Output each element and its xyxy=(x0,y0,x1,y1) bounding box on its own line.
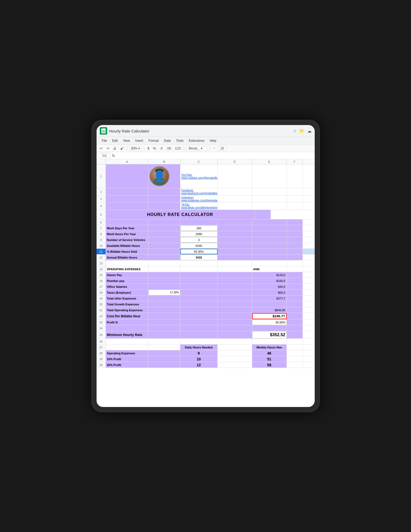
cell-30e: 58 xyxy=(252,362,287,368)
cell-22b xyxy=(148,313,180,319)
cell-2b xyxy=(148,188,180,195)
cell-6b xyxy=(148,219,180,225)
menu-insert[interactable]: Insert xyxy=(133,138,145,143)
cell-10b xyxy=(148,243,180,248)
menu-tools[interactable]: Tools xyxy=(174,138,186,143)
cell-24b xyxy=(148,325,180,331)
menu-data[interactable]: Data xyxy=(162,138,173,143)
menu-edit[interactable]: Edit xyxy=(110,138,120,143)
undo-button[interactable]: ↩ xyxy=(99,146,104,151)
youtube-link[interactable]: YouTube: www.youtube.com/@jeredwilliams xyxy=(181,173,218,179)
col-header-d[interactable]: D xyxy=(218,159,252,164)
cell-11c[interactable]: 55.00% xyxy=(180,249,218,254)
cell-18a: Taxes (Employer) xyxy=(106,290,148,295)
svg-point-0 xyxy=(156,169,163,178)
cell-1c[interactable]: YouTube: www.youtube.com/@jeredwilliams xyxy=(180,164,218,188)
cell-13a xyxy=(106,260,148,266)
cell-3c[interactable]: Instagram: www.instagram.com/thejeredwil… xyxy=(180,196,218,202)
table-row: 17 Office Salaries $40,0 xyxy=(97,284,315,290)
cell-4c[interactable]: TikTok: www.tiktok.com/@thejeredshow xyxy=(180,203,218,210)
cell-8c[interactable]: 2080 xyxy=(180,231,218,237)
cell-19a: Total other Expenses xyxy=(106,296,148,301)
font-selector[interactable]: Monts... ▾ xyxy=(186,146,207,151)
cell-12c[interactable]: 3432 xyxy=(180,255,218,260)
col-header-b[interactable]: B xyxy=(148,159,180,164)
menu-extensions[interactable]: Extensions xyxy=(187,138,207,143)
facebook-link[interactable]: Facebook: www.facebook.com/jeredwilliams… xyxy=(181,189,218,195)
row-num-27: 27 xyxy=(97,344,106,350)
table-row: 6 xyxy=(97,219,315,225)
cell-30b xyxy=(148,362,180,368)
menu-format[interactable]: Format xyxy=(146,138,161,143)
cloud-icon[interactable]: ☁ xyxy=(307,128,312,134)
format-123-button[interactable]: 123 xyxy=(174,146,182,151)
cell-18b[interactable]: 17.30% xyxy=(148,290,180,295)
row-num-1: 1 xyxy=(97,164,106,188)
cell-6e xyxy=(252,219,287,225)
cell-27e: Weekly Hours Nee xyxy=(252,344,287,350)
cell-2a xyxy=(106,188,148,195)
cell-26f xyxy=(287,339,303,344)
table-row: 22 Cost Per Billable Hour $246.77 xyxy=(97,313,315,319)
tiktok-link[interactable]: TikTok: www.tiktok.com/@thejeredshow xyxy=(181,203,218,209)
col-header-e[interactable]: E xyxy=(252,159,287,164)
cell-26a xyxy=(106,339,148,344)
decimal-less-button[interactable]: .0 xyxy=(159,146,164,151)
cell-7c[interactable]: 260 xyxy=(180,225,218,231)
cell-2f xyxy=(287,188,303,195)
cell-27c: Daily Hours Needed xyxy=(180,344,218,350)
currency-button[interactable]: $ xyxy=(146,146,150,151)
cell-25d xyxy=(218,331,252,338)
font-size-input[interactable]: 10 xyxy=(218,146,226,151)
rows-container: 1 xyxy=(97,164,315,368)
menu-file[interactable]: File xyxy=(100,138,109,143)
spreadsheet[interactable]: A B C D E F 1 xyxy=(97,159,315,407)
redo-button[interactable]: ↪ xyxy=(105,146,110,151)
font-size-decrease[interactable]: − xyxy=(212,146,216,151)
table-row: 28 Operating Expenses 9 46 xyxy=(97,350,315,356)
cell-2c[interactable]: Facebook: www.facebook.com/jeredwilliams… xyxy=(180,188,218,195)
cell-3f xyxy=(287,196,303,202)
cell-10c[interactable]: 6240 xyxy=(180,243,218,248)
col-header-c[interactable]: C xyxy=(180,159,218,164)
menu-help[interactable]: Help xyxy=(207,138,218,143)
cell-4b xyxy=(148,203,180,210)
col-header-f[interactable]: F xyxy=(287,159,303,164)
percent-button[interactable]: % xyxy=(152,146,157,151)
cell-1d xyxy=(218,164,252,188)
cell-20e xyxy=(252,301,287,307)
cell-reference[interactable]: I11 xyxy=(99,153,111,158)
table-row: 8 Work Hours Per Year 2080 xyxy=(97,231,315,237)
cell-3d xyxy=(218,196,252,202)
cell-26e xyxy=(252,339,287,344)
table-row: 25 Minimum Hourly Rate $352.52 xyxy=(97,331,315,339)
row-num-26: 26 xyxy=(97,339,106,344)
row-num-30: 30 xyxy=(97,362,106,368)
cell-14b xyxy=(148,266,180,272)
paint-format-button[interactable]: 🖌 xyxy=(119,146,125,151)
cell-3e xyxy=(252,196,287,202)
cell-13d xyxy=(218,260,252,266)
cell-6a xyxy=(106,219,148,225)
cell-3b xyxy=(148,196,180,202)
cell-22e: $246.77 xyxy=(252,313,287,319)
instagram-link[interactable]: Instagram: www.instagram.com/thejeredwil… xyxy=(181,196,218,202)
print-button[interactable]: 🖨 xyxy=(112,146,118,151)
corner-cell xyxy=(97,159,106,164)
cell-9c[interactable]: 3 xyxy=(180,237,218,243)
col-header-a[interactable]: A xyxy=(106,159,148,164)
cell-23e[interactable]: 30.00% xyxy=(252,319,287,325)
menu-view[interactable]: View xyxy=(121,138,132,143)
cell-27f xyxy=(287,344,303,350)
cell-19c xyxy=(180,296,218,301)
cell-15f xyxy=(287,272,303,278)
table-row: 18 Taxes (Employer) 17.30% $69,2 xyxy=(97,290,315,296)
zoom-control[interactable]: 90% ▾ xyxy=(129,146,142,151)
star-icon[interactable]: ☆ xyxy=(293,128,297,134)
row-num-7: 7 xyxy=(97,225,106,231)
font-dropdown-icon: ▾ xyxy=(201,147,202,150)
folder-icon[interactable]: 📁 xyxy=(299,128,305,134)
row-num-10: 10 xyxy=(97,243,106,248)
cell-28e: 46 xyxy=(252,350,287,356)
decimal-more-button[interactable]: .00 xyxy=(165,146,172,151)
